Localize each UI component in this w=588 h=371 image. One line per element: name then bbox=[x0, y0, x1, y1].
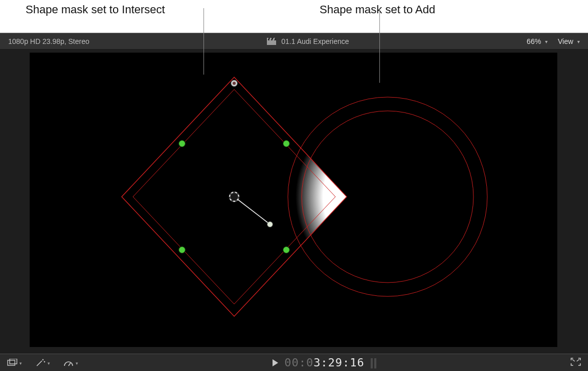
crop-icon bbox=[7, 359, 17, 367]
timecode-dim: 00:0 bbox=[284, 356, 313, 369]
retime-speed-menu[interactable]: ▾ bbox=[63, 359, 78, 367]
mask-corner-handle[interactable] bbox=[283, 247, 290, 253]
viewer-overlay-svg bbox=[30, 53, 557, 347]
svg-rect-12 bbox=[10, 359, 17, 364]
timecode-bright: 3:29:16 bbox=[313, 356, 365, 369]
svg-line-15 bbox=[572, 359, 575, 361]
callout-intersect-label: Shape mask set to Intersect bbox=[26, 3, 165, 16]
audio-meter-icon[interactable] bbox=[371, 357, 376, 368]
viewer-topbar: 1080p HD 23.98p, Stereo 01.1 Audi Experi… bbox=[0, 33, 588, 50]
zoom-value: 66% bbox=[527, 37, 541, 45]
format-readout: 1080p HD 23.98p, Stereo bbox=[8, 37, 89, 45]
viewer-window: 1080p HD 23.98p, Stereo 01.1 Audi Experi… bbox=[0, 33, 588, 371]
callout-area: Shape mask set to Intersect Shape mask s… bbox=[0, 0, 588, 33]
chevron-down-icon: ▾ bbox=[48, 361, 50, 366]
mask-corner-handle[interactable] bbox=[179, 247, 186, 253]
chevron-down-icon: ▾ bbox=[577, 39, 580, 44]
svg-line-13 bbox=[37, 361, 42, 366]
enhancements-wand-menu[interactable]: ▾ bbox=[35, 358, 50, 367]
clapperboard-icon bbox=[267, 38, 276, 45]
svg-point-10 bbox=[267, 222, 273, 227]
chevron-down-icon: ▾ bbox=[76, 361, 78, 366]
zoom-menu[interactable]: 66% ▾ bbox=[527, 37, 548, 45]
callout-intersect-leader bbox=[203, 8, 204, 75]
svg-line-6 bbox=[234, 197, 270, 224]
transform-crop-menu[interactable]: ▾ bbox=[7, 359, 22, 367]
mask-corner-handle[interactable] bbox=[283, 141, 290, 147]
mask-corner-handle[interactable] bbox=[179, 141, 186, 147]
chevron-down-icon: ▾ bbox=[545, 39, 548, 44]
viewer-bottombar: ▾ ▾ ▾ 00:03:29:16 bbox=[0, 354, 588, 371]
callout-add-leader bbox=[379, 8, 380, 83]
play-button[interactable] bbox=[273, 359, 278, 366]
chevron-down-icon: ▾ bbox=[19, 361, 22, 366]
viewer-canvas[interactable] bbox=[30, 53, 557, 347]
timecode-readout[interactable]: 00:03:29:16 bbox=[284, 356, 365, 369]
fullscreen-button[interactable] bbox=[571, 358, 581, 367]
mask-intersection-fill bbox=[296, 105, 480, 289]
wand-icon bbox=[35, 358, 46, 367]
svg-point-1 bbox=[296, 105, 480, 289]
callout-add-label: Shape mask set to Add bbox=[320, 3, 435, 16]
svg-line-16 bbox=[577, 359, 579, 361]
mask-center-control[interactable] bbox=[230, 192, 273, 227]
speed-gauge-icon bbox=[63, 359, 74, 367]
svg-rect-11 bbox=[8, 360, 15, 365]
view-label: View bbox=[558, 37, 573, 45]
view-menu[interactable]: View ▾ bbox=[558, 37, 580, 45]
svg-line-14 bbox=[69, 363, 71, 366]
clip-title: 01.1 Audi Experience bbox=[281, 37, 349, 45]
mask-rotate-handle-inner bbox=[233, 82, 236, 85]
